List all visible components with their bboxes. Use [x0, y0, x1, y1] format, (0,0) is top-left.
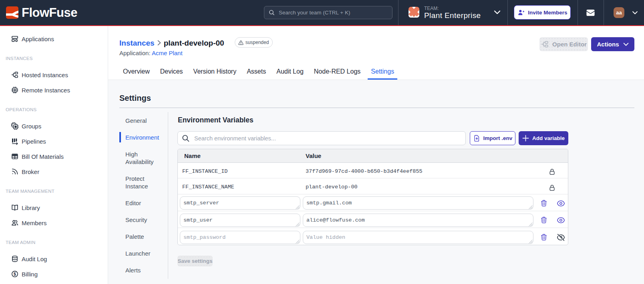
svg-text:$: $	[14, 272, 16, 276]
